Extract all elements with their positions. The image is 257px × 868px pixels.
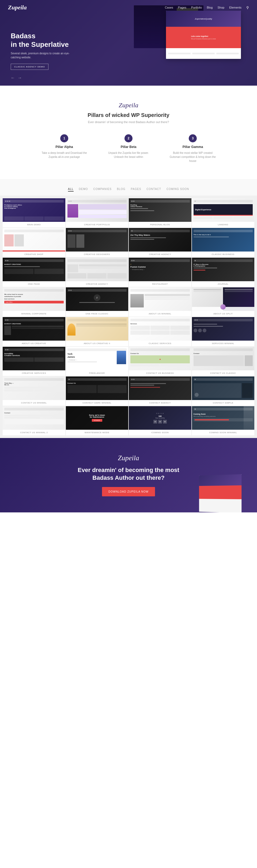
filter-tab-all[interactable]: ALL <box>68 187 74 192</box>
demo-coming-soon[interactable]: Z·E·I·L·A 346 Days remaining 00 00 00 ·C… <box>129 406 192 435</box>
hero-section: Zupeila Cases Pages Portfolio Blog Shop … <box>0 0 257 86</box>
nav-pages[interactable]: Pages <box>178 6 186 9</box>
mockup-brand: ZuperlativeQuality <box>195 18 212 20</box>
demo-one-page-classic-label: ONE PAGE CLASSIC <box>66 311 128 316</box>
demo-personal-blog-label: PERSONAL BLOG <box>129 222 192 227</box>
demo-landing[interactable]: Digital Experience LANDING <box>192 198 255 227</box>
demo-creative-shop[interactable]: CREATIVE SHOP <box>3 228 65 257</box>
demo-contact-minimal-2[interactable]: Contact CONTACT US MINIMAL 2 <box>3 406 65 435</box>
site-logo: Zupeila <box>8 4 27 11</box>
site-header: Zupeila Cases Pages Portfolio Blog Shop … <box>0 0 257 15</box>
pillar-2-title: Pillar Beta <box>105 145 152 149</box>
demo-one-page-label: ONE PAGE <box>3 281 65 287</box>
bar-1 <box>168 53 191 54</box>
hero-cta-button[interactable]: CLASSIC AGENCY DEMO <box>11 64 49 70</box>
pillar-2-desc: Unpack the Zupeila live file power. Unle… <box>105 151 152 159</box>
demo-contact-minimal[interactable]: Think Big —We do CONTACT US MINIMAL <box>3 376 65 406</box>
filter-tab-pages[interactable]: PAGES <box>131 187 141 192</box>
demo-contact-business[interactable]: Contact Us CONTACT US BUSINESS <box>129 347 192 376</box>
demo-contact-minimal-label: CONTACT US MINIMAL <box>3 400 65 406</box>
demo-creative-designers-label: CREATIVE DESIGNERS <box>66 251 128 257</box>
filter-section: ALL DEMO COMPANIES BLOG PAGES CONTACT CO… <box>0 179 257 438</box>
demo-landing-label: LANDING <box>192 222 255 227</box>
demo-creative-agency[interactable]: Zer·Thy·Way Makes CREATIVE AGENCY <box>129 228 192 257</box>
filter-tab-companies[interactable]: COMPANIES <box>93 187 112 192</box>
nav-elements[interactable]: Elements <box>229 6 241 9</box>
hero-content: Badass in the Superlative Several sleek,… <box>0 16 80 69</box>
filter-tabs: ALL DEMO COMPANIES BLOG PAGES CONTACT CO… <box>0 184 257 195</box>
bar-3 <box>216 53 239 54</box>
demo-coming-soon-minimal[interactable]: Coming Soon We're launching something aw… <box>192 406 255 435</box>
footer-download-button[interactable]: DOWNLOAD ZUPEILA NOW <box>102 487 155 496</box>
demo-personal-blog[interactable]: Dwellingonline Florence PERSONAL BLOG <box>129 198 192 227</box>
pillars-logo: Zupeila <box>11 102 246 109</box>
bar-2 <box>192 53 215 54</box>
demo-creative-portfolio[interactable]: CREATIVE PORTFOLIO <box>66 198 128 227</box>
pillars-grid: 1 Pillar Alpha Take a deep breath and Do… <box>11 134 246 163</box>
demo-journal-label: JOURNAL <box>192 281 255 287</box>
search-icon[interactable]: ⚲ <box>246 6 249 10</box>
pillars-subtitle: Ever dreamin' of becoming the most Badas… <box>11 120 246 124</box>
pillar-2-number: 2 <box>124 134 133 142</box>
demo-about-creative[interactable]: BARDOT CREATIONS ABOUT US CREATIVE <box>3 317 65 346</box>
pillar-3-title: Pillar Gamma <box>169 145 217 149</box>
demo-creative-designers[interactable]: CREATIVE DESIGNERS <box>66 228 128 257</box>
filter-tab-contact[interactable]: CONTACT <box>146 187 161 192</box>
demo-classic-services-label: CLASSIC SERVICES <box>129 341 192 346</box>
demo-contact-classic[interactable]: Contact CONTACT US CLASSIC <box>192 347 255 376</box>
pillar-1-title: Pillar Alpha <box>40 145 88 149</box>
demo-maintenance[interactable]: Sorry, we're downfor maintenance GO BACK… <box>66 406 128 435</box>
demo-about-creative-label: ABOUT US CREATIVE <box>3 341 65 346</box>
pillar-3-number: 3 <box>189 134 197 142</box>
mockup-white-footer <box>166 48 241 59</box>
mockup-white-card: ZuperlativeQuality Lets come together We… <box>166 11 241 59</box>
demo-about-split-label: ABOUT US SPLIT <box>192 311 255 316</box>
filter-tab-coming-soon[interactable]: COMING SOON <box>167 187 189 192</box>
demo-creative-services[interactable]: IncredibleCreative Services CREATIVE SER… <box>3 347 65 376</box>
filter-tab-demo[interactable]: DEMO <box>79 187 88 192</box>
demo-one-page[interactable]: BARDOT CREATIONS ONE PAGE <box>3 258 65 287</box>
nav-cases[interactable]: Cases <box>165 6 173 9</box>
demo-contact-agency[interactable]: CONTACT AGENCY <box>129 376 192 406</box>
main-nav: Cases Pages Portfolio Blog Shop Elements… <box>165 6 249 10</box>
filter-tab-blog[interactable]: BLOG <box>117 187 125 192</box>
hero-title: Badass in the Superlative <box>11 32 69 49</box>
demo-freelancer[interactable]: YorkJames — Freelancer — FREELANCER <box>66 347 128 376</box>
demo-contact-simple[interactable]: CONTACT SIMPLE <box>192 376 255 406</box>
demo-about-creative-2[interactable]: ABOUT US CREATIVE II <box>66 317 128 346</box>
demo-classic-business[interactable]: This is the way to do it CLASSIC BUSINES… <box>192 228 255 257</box>
nav-portfolio[interactable]: Portfolio <box>191 6 202 9</box>
nav-blog[interactable]: Blog <box>207 6 212 9</box>
demo-minimal-corporate[interactable]: We strive hard to ensuresatisfaction & p… <box>3 287 65 316</box>
demo-services-minimal[interactable]: SERVICES MINIMAL <box>192 317 255 346</box>
demo-creative-agency-2-label: CREATIVE AGENCY <box>66 281 128 287</box>
demo-restaurant-label: RESTAURANT <box>129 281 192 287</box>
demo-creative-portfolio-label: CREATIVE PORTFOLIO <box>66 222 128 227</box>
demo-classic-services[interactable]: Services CLASSIC SERVICES <box>129 317 192 346</box>
footer-cta-section: Zupeila Ever dreamin' of becoming the mo… <box>0 438 257 513</box>
pillar-1: 1 Pillar Alpha Take a deep breath and Do… <box>40 134 88 163</box>
demo-about-minimal[interactable]: ABOUT US MINIMAL <box>129 287 192 316</box>
demo-contact-dark[interactable]: Contact Us CONTACT DARK MINIMAL <box>66 376 128 406</box>
demo-freelancer-label: FREELANCER <box>66 370 128 376</box>
demo-restaurant[interactable]: Z Fusion Cuisine — Exceptional dining — … <box>129 258 192 287</box>
footer-cta-title: Ever dreamin' of becoming the most Badas… <box>11 466 246 482</box>
demo-main-demo[interactable]: Prodigious work ethicsto support willing… <box>3 198 65 227</box>
footer-mockup-white <box>199 499 242 513</box>
nav-shop[interactable]: Shop <box>218 6 224 9</box>
demo-creative-services-label: CREATIVE SERVICES <box>3 370 65 376</box>
demo-journal[interactable]: 57 Ways to Becomea Photographer JOURNAL <box>192 258 255 287</box>
demos-grid: Prodigious work ethicsto support willing… <box>0 195 257 438</box>
demo-coming-soon-label: ·COMING SOON· <box>129 430 192 435</box>
demo-about-split[interactable]: ABOUT US SPLIT <box>192 287 255 316</box>
prev-arrow[interactable]: ← <box>11 75 15 80</box>
demo-contact-dark-label: CONTACT DARK MINIMAL <box>66 400 128 406</box>
pillar-3-desc: Build the most stellar WP created Gutsma… <box>169 151 217 163</box>
demo-classic-business-label: CLASSIC BUSINESS <box>192 251 255 257</box>
next-arrow[interactable]: → <box>18 75 22 80</box>
demo-main-demo-label: MAIN DEMO <box>3 222 65 227</box>
demo-about-creative-2-label: ABOUT US CREATIVE II <box>66 341 128 346</box>
demo-one-page-classic[interactable]: Z ONE PAGE CLASSIC <box>66 287 128 316</box>
demo-creative-agency-label: CREATIVE AGENCY <box>129 251 192 257</box>
demo-creative-agency-2[interactable]: CREATIVE AGENCY <box>66 258 128 287</box>
